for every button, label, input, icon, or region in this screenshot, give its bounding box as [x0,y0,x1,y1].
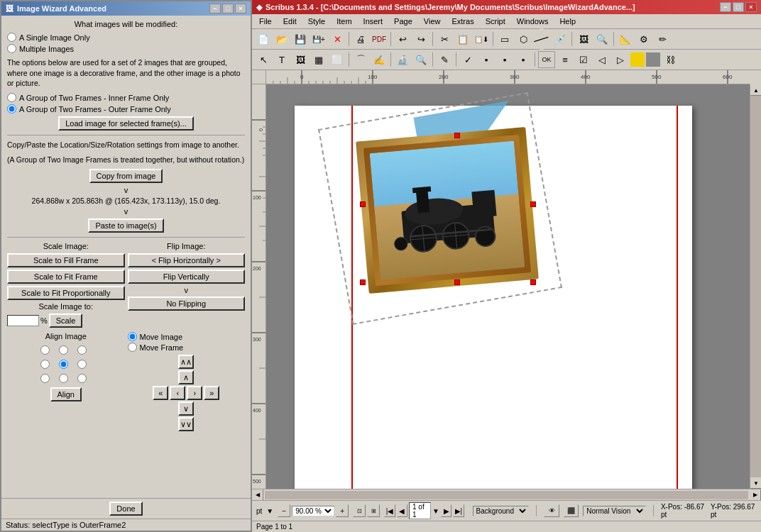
scroll-down-button[interactable]: ▼ [750,477,761,489]
scale-fill-button[interactable]: Scale to Fill Frame [7,253,125,267]
move-right-right-button[interactable]: » [204,386,219,400]
menu-script[interactable]: Script [481,16,510,27]
text-tool[interactable]: T [273,51,290,68]
scribus-minimize-button[interactable]: − [720,2,731,12]
save-button[interactable]: 💾 [292,31,309,48]
preflight-btn[interactable]: ✓ [459,51,476,68]
outer-frame-radio[interactable] [7,104,16,113]
flip-horizontal-button[interactable]: < Flip Horizontally > [128,253,246,267]
scale-input[interactable] [7,315,39,326]
zoom-select[interactable]: 90.00 % 50% 75% 100% [292,506,334,516]
chain-btn[interactable]: ⛓ [662,51,679,68]
align-bc[interactable] [59,374,68,383]
freehand-tool[interactable]: ✍ [371,51,388,68]
eyedrop-btn[interactable]: 💉 [552,31,569,48]
no-flip-button[interactable]: No Flipping [128,297,246,311]
scroll-right-button[interactable]: ▶ [750,489,761,501]
save-as-button[interactable]: 💾+ [310,31,327,48]
toggle1-btn[interactable]: ▪ [478,51,495,68]
close-button[interactable]: × [235,4,246,13]
move-frame-radio[interactable] [128,343,137,352]
check-btn[interactable]: ☑ [575,51,592,68]
menu-style[interactable]: Style [304,16,329,27]
shape-tool[interactable]: ⬜ [329,51,346,68]
image-tool[interactable]: 🖼 [292,51,309,68]
scroll-left-button[interactable]: ◀ [252,489,263,501]
menu-insert[interactable]: Insert [359,16,388,27]
scale-fit-button[interactable]: Scale to Fit Frame [7,270,125,284]
align-mc[interactable] [59,360,68,369]
first-page-button[interactable]: |◀ [384,504,395,517]
toggle3-btn[interactable]: ▪ [515,51,532,68]
copy-from-image-button[interactable]: Copy from image [89,169,163,183]
move-down-button[interactable]: ∨ [178,401,194,416]
align-ml[interactable] [40,360,50,369]
layer-select[interactable]: Background [473,506,530,516]
color-stroke-btn[interactable] [646,52,660,67]
zoom-out-button[interactable]: − [278,504,290,517]
table-tool[interactable]: ▦ [310,51,327,68]
flip-vertical-button[interactable]: Flip Vertically [128,270,246,284]
move-right-button[interactable]: › [187,386,202,400]
textedit-tool[interactable]: ✎ [436,51,453,68]
open-button[interactable]: 📂 [273,31,290,48]
scroll-track-h[interactable] [265,491,748,499]
menu-item[interactable]: Item [332,16,356,27]
zoom-btn[interactable]: 🔍 [593,31,611,48]
list-btn[interactable]: ≡ [557,51,574,68]
menu-page[interactable]: Page [390,16,417,27]
copy-button[interactable]: 📋 [454,31,471,48]
ok-btn[interactable]: OK [538,51,555,68]
load-image-button[interactable]: Load image for selected frame(s)... [58,116,194,131]
menu-extras[interactable]: Extras [447,16,478,27]
bezier-tool[interactable]: ⌒ [352,51,369,68]
last-page-button[interactable]: ▶| [453,504,464,517]
align-br[interactable] [77,374,87,383]
shape-btn[interactable]: ▭ [496,31,513,48]
scale-fit-prop-button[interactable]: Scale to Fit Proportionally [7,286,125,300]
redo-button[interactable]: ↪ [412,31,429,48]
align-tr[interactable] [77,345,87,355]
print-button[interactable]: 🖨 [352,31,369,48]
settings-btn[interactable]: ⚙ [635,31,652,48]
pencil-btn[interactable]: ✏ [654,31,671,48]
align-tl[interactable] [40,345,50,355]
eyedropper-tool[interactable]: 🔬 [394,51,411,68]
toggle2-btn[interactable]: ▪ [496,51,513,68]
color-fill-btn[interactable] [630,52,645,67]
align-left-btn[interactable]: ◁ [593,51,611,68]
vision-select[interactable]: Normal Vision [583,506,646,516]
align-button[interactable]: Align [50,387,82,401]
preview-button[interactable]: ⬛ [564,504,579,517]
menu-view[interactable]: View [420,16,445,27]
align-mr[interactable] [77,360,87,369]
single-image-radio[interactable] [7,33,16,42]
prev-page-button[interactable]: ◀ [397,504,407,517]
scribus-close-button[interactable]: × [745,2,757,12]
inner-frame-radio[interactable] [7,93,16,102]
cut-button[interactable]: ✂ [436,31,453,48]
fit-width-button[interactable]: ⊞ [367,504,380,517]
next-page-button[interactable]: ▶ [441,504,451,517]
align-tc[interactable] [59,345,68,355]
pdf-button[interactable]: PDF [371,31,388,48]
line-btn[interactable]: ╱ [530,27,554,51]
multiple-images-radio[interactable] [7,44,16,53]
zoom-in-button[interactable]: + [336,504,349,517]
img-frame-btn[interactable]: 🖼 [575,31,592,48]
menu-windows[interactable]: Windows [513,16,553,27]
move-left-button[interactable]: ‹ [170,386,185,400]
select-tool[interactable]: ↖ [255,51,272,68]
maximize-button[interactable]: □ [222,4,234,13]
menu-edit[interactable]: Edit [279,16,301,27]
move-down-down-button[interactable]: ∨∨ [178,417,194,431]
measure-btn[interactable]: 📐 [617,31,634,48]
move-up-up-button[interactable]: ∧∧ [178,355,194,369]
align-bl[interactable] [40,374,50,383]
menu-file[interactable]: File [255,16,276,27]
minimize-button[interactable]: − [209,4,221,13]
move-up-button[interactable]: ∧ [178,370,194,384]
close-doc-button[interactable]: ✕ [329,31,346,48]
display-mode-button[interactable]: 👁 [544,504,559,517]
done-button[interactable]: Done [109,501,142,516]
